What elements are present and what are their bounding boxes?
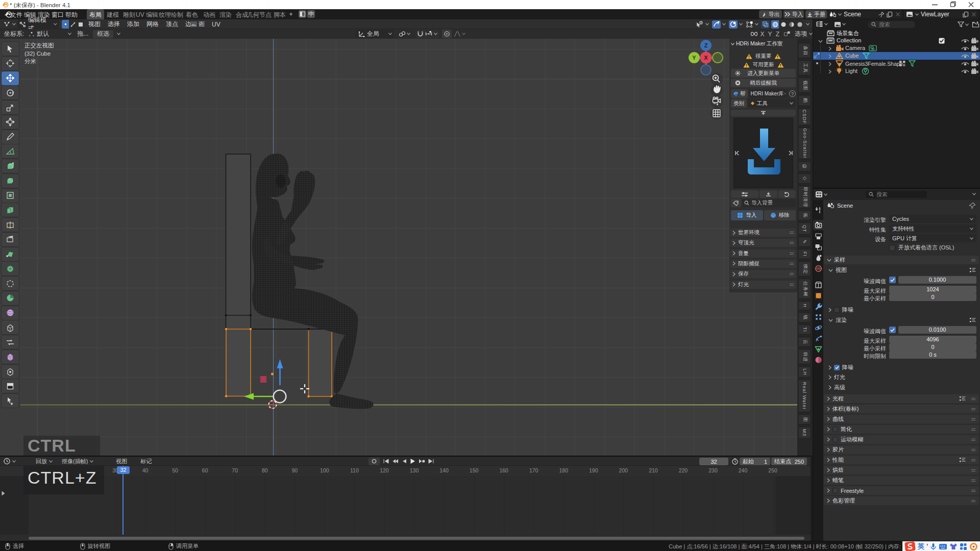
svg-text:X: X [704, 55, 708, 61]
svg-text:Z: Z [704, 42, 708, 48]
svg-text:Y: Y [692, 55, 696, 61]
